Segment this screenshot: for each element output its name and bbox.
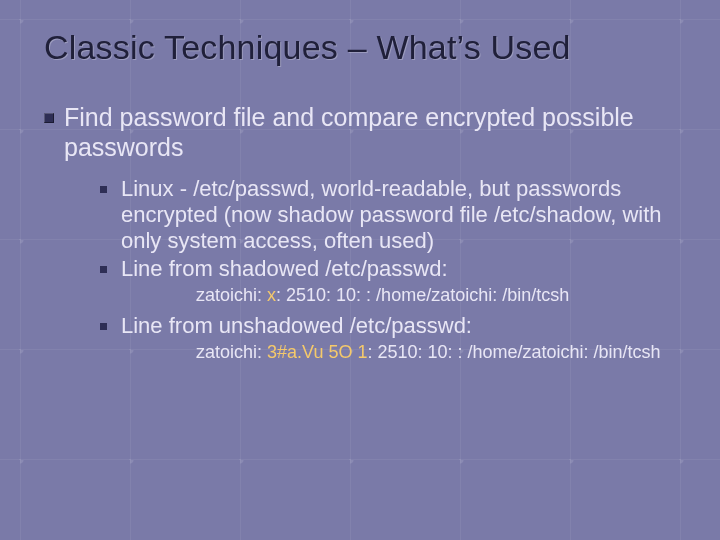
code-line-unshadowed: zatoichi: 3#a.Vu 5O 1: 2510: 10: : /home… bbox=[100, 341, 690, 364]
code-pre: zatoichi: bbox=[196, 285, 267, 305]
bullet-level2-group: Linux - /etc/passwd, world-readable, but… bbox=[44, 176, 690, 365]
code-highlight: x bbox=[267, 285, 276, 305]
small-square-bullet-icon bbox=[100, 186, 107, 193]
square-bullet-icon bbox=[44, 113, 54, 123]
small-square-bullet-icon bbox=[100, 323, 107, 330]
code-pre: zatoichi: bbox=[196, 342, 267, 362]
bullet-level2-text: Linux - /etc/passwd, world-readable, but… bbox=[121, 176, 680, 254]
code-post: : 2510: 10: : /home/zatoichi: /bin/tcsh bbox=[367, 342, 660, 362]
bullet-level2-item: Line from unshadowed /etc/passwd: bbox=[100, 313, 690, 339]
bullet-level2-text: Line from unshadowed /etc/passwd: bbox=[121, 313, 472, 339]
bullet-level1: Find password file and compare encrypted… bbox=[44, 103, 690, 162]
code-post: : 2510: 10: : /home/zatoichi: /bin/tcsh bbox=[276, 285, 569, 305]
code-line-shadowed: zatoichi: x: 2510: 10: : /home/zatoichi:… bbox=[100, 284, 690, 307]
code-highlight: 3#a.Vu 5O 1 bbox=[267, 342, 367, 362]
bullet-level2-item: Linux - /etc/passwd, world-readable, but… bbox=[100, 176, 690, 254]
bullet-level1-text: Find password file and compare encrypted… bbox=[64, 103, 670, 162]
small-square-bullet-icon bbox=[100, 266, 107, 273]
bullet-level2-text: Line from shadowed /etc/passwd: bbox=[121, 256, 448, 282]
bullet-level2-item: Line from shadowed /etc/passwd: bbox=[100, 256, 690, 282]
slide-content: Classic Techniques – What’s Used Find pa… bbox=[0, 0, 720, 540]
slide-title: Classic Techniques – What’s Used bbox=[44, 28, 690, 67]
